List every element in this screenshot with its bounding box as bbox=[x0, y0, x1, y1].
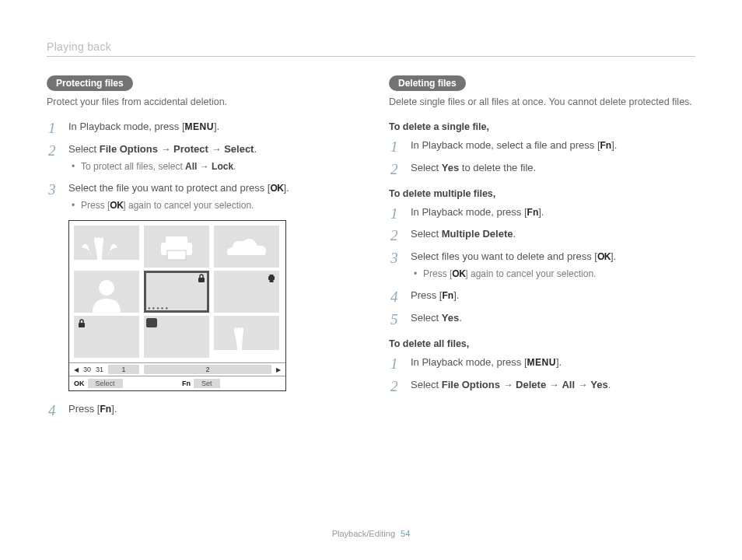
steps-protect: 1 In Playback mode, press [MENU]. 2 Sele… bbox=[47, 120, 353, 212]
page-number: 54 bbox=[401, 529, 410, 538]
intro-text: Delete single files or all files at once… bbox=[389, 96, 695, 109]
steps-protect-cont: 4 Press [Fn]. bbox=[47, 402, 353, 417]
step-number: 4 bbox=[390, 286, 398, 308]
step-number: 1 bbox=[48, 117, 56, 139]
text: ]. bbox=[611, 250, 616, 262]
thumbnail-selected: ●●●●● bbox=[144, 271, 209, 313]
text: In Playback mode, press [ bbox=[68, 121, 185, 132]
next-icon: ▶ bbox=[276, 366, 281, 373]
step-2: 2 Select Multiple Delete. bbox=[389, 227, 695, 242]
steps-all: 1 In Playback mode, press [MENU]. 2 Sele… bbox=[389, 355, 695, 393]
bold: Yes bbox=[442, 162, 459, 173]
section-pill-deleting: Deleting files bbox=[389, 75, 466, 91]
subheading-multiple: To delete multiple files, bbox=[389, 188, 695, 199]
step-1: 1 In Playback mode, select a file and pr… bbox=[389, 138, 695, 153]
text: Press [ bbox=[423, 268, 452, 279]
step-number: 1 bbox=[390, 203, 398, 225]
text: In Playback mode, press [ bbox=[411, 356, 527, 368]
intro-text: Protect your files from accidental delet… bbox=[47, 96, 353, 109]
bold: All bbox=[185, 161, 197, 172]
svg-rect-13 bbox=[79, 323, 85, 327]
palm-icon bbox=[74, 226, 139, 268]
step-3: 3 Select the file you want to protect an… bbox=[47, 181, 353, 212]
step-number: 2 bbox=[390, 159, 398, 180]
arrow: → bbox=[546, 379, 562, 390]
thumbnail bbox=[214, 271, 279, 313]
text: . bbox=[233, 161, 236, 172]
text: ]. bbox=[556, 356, 562, 368]
arrow: → bbox=[575, 379, 590, 390]
svg-point-8 bbox=[99, 280, 114, 296]
step-number: 1 bbox=[390, 353, 398, 375]
sub-list: To protect all files, select All → Lock. bbox=[68, 160, 353, 173]
svg-rect-9 bbox=[198, 278, 205, 282]
thumbnail bbox=[144, 316, 209, 358]
ok-key: OK bbox=[452, 268, 465, 279]
steps-multiple: 1 In Playback mode, press [Fn]. 2 Select… bbox=[389, 205, 695, 327]
printer-icon bbox=[144, 226, 209, 268]
lock-icon bbox=[197, 274, 206, 283]
text: . bbox=[513, 228, 516, 240]
bold: File Options bbox=[442, 379, 500, 390]
text: . bbox=[608, 379, 611, 390]
bold: Lock bbox=[212, 161, 233, 172]
page-footer: Playback/Editing 54 bbox=[0, 529, 742, 538]
text: Select bbox=[411, 312, 442, 324]
step-4: 4 Press [Fn]. bbox=[389, 289, 695, 303]
dots-icon: ●●●●● bbox=[148, 306, 170, 310]
sub-item: Press [OK] again to cancel your selectio… bbox=[412, 268, 695, 281]
text: ]. bbox=[283, 182, 289, 194]
label: Select bbox=[88, 379, 123, 388]
bar-set: Fn Set bbox=[177, 376, 285, 390]
fn-key: Fn bbox=[442, 290, 453, 301]
step-number: 3 bbox=[48, 179, 56, 201]
text: ] again to cancel your selection. bbox=[465, 268, 596, 279]
bar-select: OK Select bbox=[69, 376, 177, 390]
ok-key: OK bbox=[270, 183, 283, 194]
fn-key: Fn bbox=[100, 404, 111, 415]
section-pill-protecting: Protecting files bbox=[47, 75, 133, 91]
subheading-single: To delete a single file, bbox=[389, 121, 695, 132]
sub-item: Press [OK] again to cancel your selectio… bbox=[70, 199, 353, 212]
prev-icon: ◀ bbox=[74, 366, 79, 373]
step-1: 1 In Playback mode, press [MENU]. bbox=[47, 120, 353, 135]
step-2: 2 Select File Options → Delete → All → Y… bbox=[389, 378, 695, 393]
text: . bbox=[254, 143, 257, 155]
video-badge-icon bbox=[146, 318, 157, 327]
text: Select bbox=[411, 379, 442, 390]
subheading-all: To delete all files, bbox=[389, 338, 695, 349]
bold: Yes bbox=[442, 312, 459, 324]
bold: Multiple Delete bbox=[442, 228, 513, 240]
text: ]. bbox=[538, 206, 544, 218]
text: Press [ bbox=[411, 289, 442, 301]
svg-rect-5 bbox=[167, 250, 186, 260]
text: Select bbox=[411, 228, 442, 240]
thumbnail bbox=[74, 271, 139, 313]
arrow: → bbox=[197, 161, 212, 172]
fn-key: Fn bbox=[527, 207, 539, 218]
ok-key: OK bbox=[74, 380, 85, 387]
lock-icon bbox=[77, 319, 86, 328]
step-number: 5 bbox=[390, 309, 398, 331]
text: Press [ bbox=[68, 403, 100, 415]
text: . bbox=[459, 312, 462, 324]
thumbnail bbox=[214, 316, 279, 358]
text: In Playback mode, select a file and pres… bbox=[411, 139, 600, 151]
thumbnail bbox=[74, 316, 139, 358]
step-number: 2 bbox=[390, 225, 398, 247]
label: Set bbox=[194, 379, 220, 388]
text: to delete the file. bbox=[459, 162, 536, 173]
fn-key: Fn bbox=[182, 380, 191, 387]
printer-icon bbox=[267, 274, 276, 283]
step-2: 2 Select File Options → Protect → Select… bbox=[47, 142, 353, 173]
svg-rect-11 bbox=[270, 275, 274, 277]
bold: Protect bbox=[173, 143, 208, 155]
date: 30 bbox=[83, 366, 91, 373]
text: Press [ bbox=[81, 200, 110, 211]
bold: Select bbox=[224, 143, 254, 155]
step-number: 4 bbox=[48, 400, 56, 422]
text: ]. bbox=[111, 403, 117, 415]
page: Playing back Protecting files Protect yo… bbox=[0, 0, 742, 425]
arrow: → bbox=[208, 143, 224, 155]
text: To protect all files, select bbox=[81, 161, 185, 172]
